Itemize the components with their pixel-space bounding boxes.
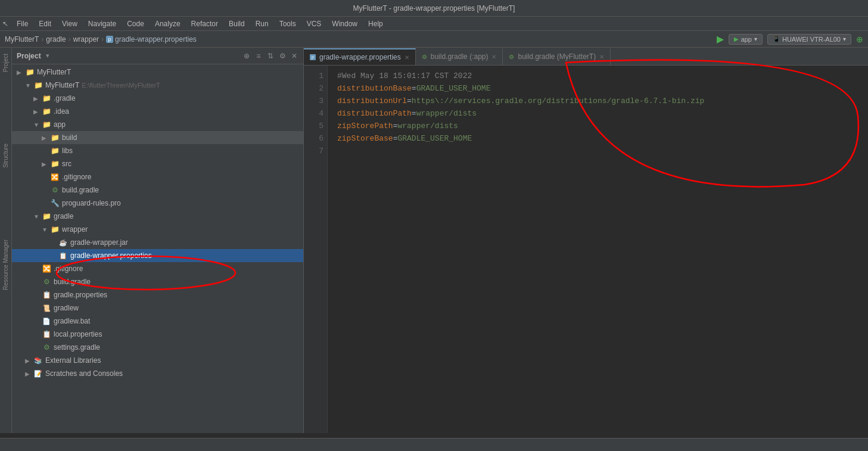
tree-item-external-libs[interactable]: ▶ 📚 External Libraries	[12, 354, 303, 367]
tab-label-props: gradle-wrapper.properties	[319, 53, 401, 61]
run-button[interactable]: ⊕	[856, 35, 863, 44]
file-icon-build-gradle-root: ⚙	[42, 277, 51, 287]
menu-help[interactable]: Help	[363, 18, 388, 29]
expand-icon[interactable]: ⇅	[266, 52, 275, 60]
tab-close-build-root[interactable]: ✕	[599, 54, 604, 60]
tree-item-src-folder[interactable]: ▶ 📁 src	[12, 157, 303, 170]
tree-item-gradle-folder[interactable]: ▶ 📁 .gradle	[12, 92, 303, 105]
collapse-icon[interactable]: ≡	[254, 52, 263, 60]
tree-item-idea-folder[interactable]: ▶ 📁 .idea	[12, 105, 303, 118]
tab-close-props[interactable]: ✕	[405, 54, 409, 61]
project-header-icons: ⊕ ≡ ⇅ ⚙ ✕	[242, 52, 298, 60]
run-config-icon[interactable]: ▶	[717, 33, 724, 45]
structure-side-label[interactable]: Structure	[2, 144, 9, 168]
locate-icon[interactable]: ⊕	[242, 52, 251, 60]
tree-item-gradle-properties[interactable]: ▶ 📋 gradle.properties	[12, 288, 303, 301]
label-gradle-wrapper-props: gradle-wrapper.properties	[70, 251, 152, 260]
file-icon-jar: ☕	[58, 238, 68, 247]
menu-tools[interactable]: Tools	[275, 18, 301, 29]
tab-build-gradle-root[interactable]: ⚙ build.gradle (MyFlutterT) ✕	[503, 48, 611, 65]
tab-build-gradle-app[interactable]: ⚙ build.gradle (:app) ✕	[416, 48, 503, 65]
menu-run[interactable]: Run	[251, 18, 273, 29]
label-src-folder: src	[62, 160, 71, 168]
tree-item-gradle-wrapper-props[interactable]: ▶ 📋 gradle-wrapper.properties	[12, 249, 303, 262]
line-num-6: 6	[304, 133, 323, 145]
resource-manager-side-label[interactable]: Resource Manager	[2, 240, 9, 290]
menu-analyze[interactable]: Analyze	[150, 18, 185, 29]
title-text: MyFlutterT - gradle-wrapper.properties […	[353, 4, 515, 13]
file-icon-proguard: 🔧	[50, 198, 60, 208]
file-icon-gradlew: 📜	[42, 303, 51, 313]
toolbar-bar: MyFlutterT › gradle › wrapper › pgradle-…	[0, 31, 868, 48]
tree-item-scratches[interactable]: ▶ 📝 Scratches and Consoles	[12, 367, 303, 380]
menu-build[interactable]: Build	[224, 18, 250, 29]
project-side-label[interactable]: Project	[2, 54, 9, 72]
breadcrumb-props[interactable]: pgradle-wrapper.properties	[106, 35, 197, 43]
project-dropdown[interactable]: ▾	[46, 52, 49, 60]
project-title: Project	[17, 52, 41, 60]
code-content[interactable]: #Wed May 18 15:01:17 CST 2022 distributi…	[328, 66, 868, 433]
file-icon-local-properties: 📋	[42, 329, 51, 339]
label-gradle-folder: .gradle	[54, 94, 76, 102]
line-num-7: 7	[304, 145, 323, 158]
status-bar	[0, 438, 868, 451]
arrow-myfluttert-root: ▶	[17, 69, 25, 76]
breadcrumb-wrapper[interactable]: wrapper	[73, 35, 99, 43]
tree-item-build-folder[interactable]: ▶ 📁 build	[12, 131, 303, 144]
tree-item-gitignore-root[interactable]: ▶ 🔀 .gitignore	[12, 262, 303, 275]
folder-icon-scratches: 📝	[33, 369, 43, 378]
tree-item-myfluttert-root[interactable]: ▶ 📁 MyFlutterT	[12, 66, 303, 79]
menu-window[interactable]: Window	[327, 18, 362, 29]
tree-item-libs-folder[interactable]: ▶ 📁 libs	[12, 144, 303, 157]
tab-gradle-wrapper-props[interactable]: p gradle-wrapper.properties ✕	[304, 48, 416, 65]
tree-item-gradle-dir[interactable]: ▼ 📁 gradle	[12, 210, 303, 223]
tree-item-gradlew[interactable]: ▶ 📜 gradlew	[12, 301, 303, 315]
app-dropdown[interactable]: ▶ app ▾	[729, 34, 763, 45]
folder-icon-gradle: 📁	[42, 94, 51, 103]
tree-item-local-properties[interactable]: ▶ 📋 local.properties	[12, 328, 303, 341]
tree-item-gradlew-bat[interactable]: ▶ 📄 gradlew.bat	[12, 315, 303, 328]
code-line-6: zipStoreBase=GRADLE_USER_HOME	[337, 133, 858, 145]
tree-item-app-folder[interactable]: ▼ 📁 app	[12, 118, 303, 131]
tree-item-build-gradle-root[interactable]: ▶ ⚙ build.gradle	[12, 275, 303, 288]
label-gitignore-root: .gitignore	[54, 265, 83, 273]
tree-item-gitignore-app[interactable]: ▶ 🔀 .gitignore	[12, 170, 303, 183]
file-icon-props: 📋	[58, 251, 68, 260]
line-numbers: 1 2 3 4 5 6 7	[304, 66, 328, 433]
settings-icon[interactable]: ⚙	[278, 52, 287, 60]
breadcrumb-gradle[interactable]: gradle	[46, 35, 66, 43]
tree-item-myfluttert-sub[interactable]: ▼ 📁 MyFlutterT E:\flutterThreen\MyFlutte…	[12, 79, 303, 92]
project-header: Project ▾ ⊕ ≡ ⇅ ⚙ ✕	[12, 48, 303, 64]
menu-code[interactable]: Code	[122, 18, 149, 29]
arrow-idea-folder: ▶	[33, 108, 42, 115]
tree-item-build-gradle-app[interactable]: ▶ ⚙ build.gradle	[12, 183, 303, 197]
close-panel-icon[interactable]: ✕	[290, 52, 298, 60]
line-num-3: 3	[304, 95, 323, 108]
code-line-5: zipStorePath=wrapper/dists	[337, 120, 858, 133]
label-gradle-dir: gradle	[54, 212, 73, 220]
arrow-wrapper-dir: ▼	[42, 226, 50, 233]
menu-vcs[interactable]: VCS	[302, 18, 326, 29]
tab-label-build-root: build.gradle (MyFlutterT)	[518, 52, 596, 61]
editor-area: p gradle-wrapper.properties ✕ ⚙ build.gr…	[304, 48, 868, 433]
label-app-folder: app	[54, 120, 66, 129]
menu-edit[interactable]: Edit	[34, 18, 56, 29]
tab-icon-build-root: ⚙	[509, 54, 514, 60]
tree-item-gradle-wrapper-jar[interactable]: ▶ ☕ gradle-wrapper.jar	[12, 236, 303, 249]
tree-item-proguard[interactable]: ▶ 🔧 proguard-rules.pro	[12, 197, 303, 210]
breadcrumb-myfluttert[interactable]: MyFlutterT	[5, 35, 39, 43]
tree-item-settings-gradle[interactable]: ▶ ⚙ settings.gradle	[12, 341, 303, 354]
arrow-myfluttert-sub: ▼	[25, 82, 33, 89]
folder-icon-libs: 📁	[50, 146, 60, 155]
device-dropdown[interactable]: 📱 HUAWEI VTR-AL00 ▾	[767, 34, 851, 45]
label-gradle-wrapper-jar: gradle-wrapper.jar	[70, 238, 128, 247]
arrow-scratches: ▶	[25, 371, 33, 377]
menu-file[interactable]: File	[12, 18, 33, 29]
menu-refactor[interactable]: Refactor	[186, 18, 223, 29]
label-scratches: Scratches and Consoles	[45, 369, 123, 378]
tab-close-build-app[interactable]: ✕	[491, 54, 496, 60]
menu-view[interactable]: View	[57, 18, 82, 29]
file-icon-gitignore-root: 🔀	[42, 264, 51, 273]
menu-navigate[interactable]: Navigate	[83, 18, 121, 29]
tree-item-wrapper-dir[interactable]: ▼ 📁 wrapper	[12, 223, 303, 236]
